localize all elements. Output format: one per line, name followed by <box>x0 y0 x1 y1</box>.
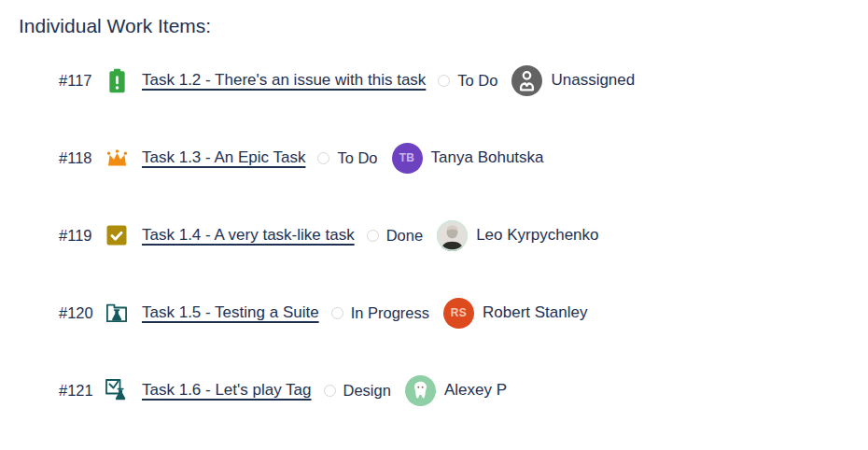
status-circle-icon <box>438 75 450 87</box>
work-item-link[interactable]: Task 1.6 - Let's play Tag <box>142 381 312 400</box>
work-item-row: #120 Task 1.5 - Testing a Suite In Progr… <box>0 297 868 329</box>
assignee-name: Robert Stanley <box>483 303 587 322</box>
assignee-name: Leo Kyrpychenko <box>476 226 598 245</box>
avatar-photo <box>437 220 468 251</box>
work-item-link[interactable]: Task 1.2 - There's an issue with this ta… <box>142 71 426 90</box>
avatar-tooth-illustration <box>405 375 436 406</box>
status-label: In Progress <box>351 304 429 322</box>
assignee-name: Unassigned <box>551 71 635 90</box>
avatar-unassigned <box>511 65 542 96</box>
status-circle-icon <box>324 385 336 397</box>
status-circle-icon <box>367 230 379 242</box>
assignee-name: Alexey P <box>444 381 507 400</box>
status-circle-icon <box>331 307 343 319</box>
work-item-row: #119 Task 1.4 - A very task-like task Do… <box>0 219 868 251</box>
work-item-id: #120 <box>59 304 105 322</box>
work-item-row: #117 Task 1.2 - There's an issue with th… <box>0 64 868 96</box>
work-item-link[interactable]: Task 1.4 - A very task-like task <box>142 226 355 245</box>
avatar-initials: RS <box>443 298 474 329</box>
status-label: Done <box>386 227 423 245</box>
assignee-name: Tanya Bohutska <box>431 148 544 167</box>
clipboard-issue-icon <box>105 66 129 94</box>
status-label: To Do <box>457 72 497 90</box>
work-item-row: #118 Task 1.3 - An Epic Task To Do TB Ta… <box>0 142 868 174</box>
work-items-list: #117 Task 1.2 - There's an issue with th… <box>0 64 868 406</box>
status-label: To Do <box>337 149 377 167</box>
work-item-id: #118 <box>59 149 105 167</box>
crown-epic-icon <box>105 144 129 172</box>
work-item-link[interactable]: Task 1.3 - An Epic Task <box>142 148 305 167</box>
status-circle-icon <box>317 152 329 164</box>
page-title: Individual Work Items: <box>0 0 868 39</box>
folder-flask-suite-icon <box>105 299 129 327</box>
check-square-task-icon <box>105 221 129 249</box>
avatar-initials: TB <box>392 143 423 174</box>
work-item-row: #121 Task 1.6 - Let's play Tag Design Al… <box>0 374 868 406</box>
work-item-link[interactable]: Task 1.5 - Testing a Suite <box>142 303 319 322</box>
status-label: Design <box>343 382 391 400</box>
work-item-id: #121 <box>59 382 105 400</box>
work-item-id: #119 <box>59 227 105 245</box>
work-item-id: #117 <box>59 72 105 90</box>
tag-flask-icon <box>105 376 129 404</box>
